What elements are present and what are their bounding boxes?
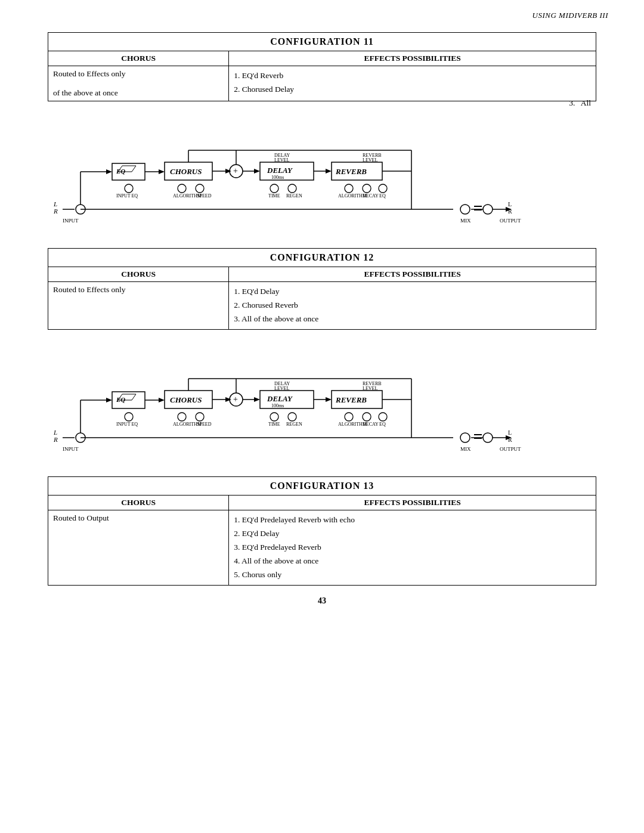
header-title: USING MIDIVERB III bbox=[532, 11, 608, 20]
svg-text:LEVEL: LEVEL bbox=[274, 386, 289, 391]
svg-text:EQ: EQ bbox=[379, 193, 386, 199]
svg-text:DECAY: DECAY bbox=[363, 193, 379, 199]
config12-title: CONFIGURATION 12 bbox=[48, 249, 596, 267]
svg-text:R: R bbox=[508, 436, 512, 443]
svg-marker-74 bbox=[106, 398, 112, 402]
svg-text:LEVEL: LEVEL bbox=[363, 157, 377, 163]
svg-text:R: R bbox=[53, 436, 58, 443]
svg-marker-81 bbox=[159, 398, 165, 402]
svg-point-45 bbox=[345, 184, 353, 193]
config11-title: CONFIGURATION 11 bbox=[48, 33, 596, 51]
svg-text:OUTPUT: OUTPUT bbox=[500, 218, 521, 224]
svg-point-47 bbox=[379, 184, 387, 193]
config12-effects-header: EFFECTS POSSIBILITIES bbox=[229, 267, 596, 282]
svg-marker-107 bbox=[326, 397, 332, 402]
svg-text:L: L bbox=[508, 201, 512, 208]
svg-text:INPUT EQ: INPUT EQ bbox=[116, 193, 138, 199]
svg-text:REVERB: REVERB bbox=[335, 167, 367, 176]
svg-text:TIME: TIME bbox=[268, 422, 280, 427]
svg-point-102 bbox=[288, 413, 296, 421]
svg-marker-91 bbox=[225, 397, 231, 402]
svg-text:DECAY: DECAY bbox=[363, 422, 379, 427]
config11-table: CONFIGURATION 11 CHORUS EFFECTS POSSIBIL… bbox=[48, 32, 596, 101]
diagram11-svg: L R INPUT EQ INPUT EQ CHORUS bbox=[48, 112, 596, 231]
svg-point-11 bbox=[125, 184, 133, 193]
svg-text:INPUT EQ: INPUT EQ bbox=[116, 422, 138, 427]
svg-text:EQ: EQ bbox=[379, 422, 386, 427]
svg-text:SPEED: SPEED bbox=[197, 422, 212, 427]
svg-point-85 bbox=[196, 413, 204, 421]
svg-point-18 bbox=[196, 184, 204, 193]
svg-point-112 bbox=[345, 413, 353, 421]
config13-chorus-header: CHORUS bbox=[48, 495, 229, 510]
config12-chorus-value: Routed to Effects only bbox=[48, 282, 229, 330]
svg-text:REVERB: REVERB bbox=[335, 395, 367, 404]
svg-point-123 bbox=[460, 433, 470, 442]
svg-text:100ms: 100ms bbox=[271, 175, 284, 180]
svg-text:L: L bbox=[508, 429, 512, 436]
svg-text:CHORUS: CHORUS bbox=[170, 395, 202, 404]
svg-text:OUTPUT: OUTPUT bbox=[500, 446, 521, 452]
svg-marker-95 bbox=[254, 397, 260, 402]
config13-table: CONFIGURATION 13 CHORUS EFFECTS POSSIBIL… bbox=[48, 476, 596, 586]
svg-point-114 bbox=[379, 413, 387, 421]
svg-point-34 bbox=[270, 184, 278, 193]
svg-text:REGEN: REGEN bbox=[286, 422, 302, 427]
config11-effects-header: EFFECTS POSSIBILITIES bbox=[229, 51, 596, 66]
svg-marker-24 bbox=[225, 169, 231, 174]
svg-text:CHORUS: CHORUS bbox=[170, 167, 202, 176]
svg-point-35 bbox=[288, 184, 296, 193]
svg-point-46 bbox=[363, 184, 371, 193]
page-number: 43 bbox=[48, 596, 596, 606]
config11-chorus-header: CHORUS bbox=[48, 51, 229, 66]
svg-text:TIME: TIME bbox=[268, 193, 280, 199]
svg-text:R: R bbox=[53, 208, 58, 215]
diagram12-svg: L R INPUT EQ INPUT EQ CHORUS ALGORITHM S… bbox=[48, 340, 596, 460]
svg-text:R: R bbox=[508, 208, 512, 215]
svg-text:LEVEL: LEVEL bbox=[363, 386, 377, 391]
config11-chorus-value: Routed to Effects only of the above at o… bbox=[48, 66, 229, 101]
svg-point-101 bbox=[270, 413, 278, 421]
svg-text:L: L bbox=[53, 200, 57, 208]
svg-text:INPUT: INPUT bbox=[63, 218, 79, 224]
svg-point-113 bbox=[363, 413, 371, 421]
config12-table: CONFIGURATION 12 CHORUS EFFECTS POSSIBIL… bbox=[48, 248, 596, 330]
svg-text:MIX: MIX bbox=[460, 218, 471, 224]
config13-title: CONFIGURATION 13 bbox=[48, 476, 596, 495]
svg-text:REGEN: REGEN bbox=[286, 193, 302, 199]
config12-effects-list: 1. EQ'd Delay 2. Chorused Reverb 3. All … bbox=[229, 282, 596, 330]
svg-marker-14 bbox=[159, 169, 165, 174]
diagram12: L R INPUT EQ INPUT EQ CHORUS ALGORITHM S… bbox=[48, 340, 596, 460]
svg-point-56 bbox=[460, 205, 470, 214]
config11-effects-list: 1. EQ'd Reverb 2. Chorused Delay 3. All bbox=[229, 66, 596, 101]
svg-text:+: + bbox=[233, 395, 238, 404]
svg-text:+: + bbox=[233, 166, 238, 175]
svg-point-17 bbox=[178, 184, 186, 193]
svg-marker-28 bbox=[254, 169, 260, 174]
svg-text:EQ: EQ bbox=[116, 168, 125, 175]
svg-text:SPEED: SPEED bbox=[197, 193, 212, 199]
svg-text:100ms: 100ms bbox=[271, 403, 284, 408]
svg-text:L: L bbox=[53, 429, 57, 436]
svg-marker-40 bbox=[326, 169, 332, 174]
config12-chorus-header: CHORUS bbox=[48, 267, 229, 282]
svg-text:DELAY: DELAY bbox=[267, 166, 293, 175]
page-content: CONFIGURATION 11 CHORUS EFFECTS POSSIBIL… bbox=[0, 20, 644, 630]
config13-effects-header: EFFECTS POSSIBILITIES bbox=[229, 495, 596, 510]
config13-effects-list: 1. EQ'd Predelayed Reverb with echo 2. E… bbox=[229, 510, 596, 585]
svg-point-78 bbox=[125, 413, 133, 421]
svg-point-127 bbox=[483, 433, 493, 442]
svg-text:MIX: MIX bbox=[460, 446, 471, 452]
svg-text:LEVEL: LEVEL bbox=[274, 157, 289, 163]
diagram11: L R INPUT EQ INPUT EQ CHORUS bbox=[48, 112, 596, 231]
page-header: USING MIDIVERB III bbox=[0, 0, 644, 20]
svg-point-84 bbox=[178, 413, 186, 421]
svg-text:INPUT: INPUT bbox=[63, 446, 79, 452]
svg-text:DELAY: DELAY bbox=[267, 394, 293, 403]
config13-chorus-value: Routed to Output bbox=[48, 510, 229, 585]
svg-point-60 bbox=[483, 205, 493, 214]
svg-text:EQ: EQ bbox=[116, 396, 125, 403]
svg-marker-7 bbox=[106, 169, 112, 174]
